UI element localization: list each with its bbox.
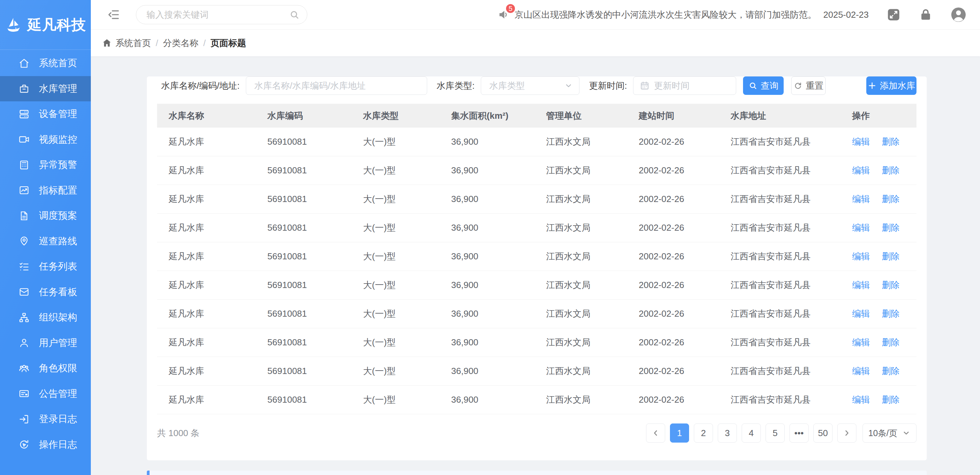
delete-link[interactable]: 删除 bbox=[882, 194, 900, 204]
type-filter-placeholder: 水库类型 bbox=[489, 80, 525, 92]
sidebar-item-board[interactable]: 任务看板 bbox=[0, 280, 91, 305]
page-button[interactable]: 1 bbox=[670, 424, 689, 443]
type-filter-select[interactable]: 水库类型 bbox=[481, 76, 579, 95]
sidebar-item-label: 设备管理 bbox=[39, 108, 77, 121]
calculator-alert-icon bbox=[18, 159, 30, 171]
cell-reservoir-name: 延凡水库 bbox=[157, 308, 256, 320]
delete-link[interactable]: 删除 bbox=[882, 251, 900, 261]
delete-link[interactable]: 删除 bbox=[882, 222, 900, 233]
sidebar-item-users[interactable]: 用户管理 bbox=[0, 330, 91, 356]
sidebar-item-device[interactable]: 设备管理 bbox=[0, 101, 91, 127]
edit-link[interactable]: 编辑 bbox=[852, 280, 870, 290]
page-size-select[interactable]: 10条/页 bbox=[862, 424, 916, 443]
cell-reservoir-type: 大(一)型 bbox=[352, 136, 439, 148]
map-pin-icon bbox=[18, 235, 30, 247]
edit-link[interactable]: 编辑 bbox=[852, 137, 870, 147]
sidebar-item-alert[interactable]: 异常预警 bbox=[0, 152, 91, 178]
menu-fold-icon[interactable] bbox=[107, 8, 120, 21]
cell-built-date: 2002-02-26 bbox=[627, 165, 719, 176]
edit-link[interactable]: 编辑 bbox=[852, 194, 870, 204]
sidebar-item-label: 用户管理 bbox=[39, 337, 77, 349]
name-filter[interactable] bbox=[246, 76, 427, 95]
sidebar-item-route[interactable]: 巡查路线 bbox=[0, 229, 91, 254]
cell-management-org: 江西水文局 bbox=[535, 365, 627, 377]
cell-reservoir-code: 56910081 bbox=[256, 137, 352, 147]
col-header-built: 建站时间 bbox=[627, 110, 719, 122]
sidebar-item-metrics[interactable]: 指标配置 bbox=[0, 178, 91, 203]
lock-icon[interactable] bbox=[918, 8, 933, 22]
delete-link[interactable]: 删除 bbox=[882, 308, 900, 319]
reset-button[interactable]: 重置 bbox=[791, 76, 826, 95]
edit-link[interactable]: 编辑 bbox=[852, 366, 870, 376]
delete-link[interactable]: 删除 bbox=[882, 366, 900, 376]
cell-reservoir-code: 56910081 bbox=[256, 222, 352, 233]
sidebar-item-announcements[interactable]: 公告管理 bbox=[0, 381, 91, 407]
date-filter-label: 更新时间: bbox=[589, 80, 627, 92]
pagination: 12345•••50 10条/页 bbox=[646, 424, 916, 443]
edit-link[interactable]: 编辑 bbox=[852, 337, 870, 347]
add-reservoir-button[interactable]: 添加水库 bbox=[866, 76, 916, 95]
page-button[interactable]: 5 bbox=[765, 424, 785, 443]
avatar[interactable] bbox=[951, 7, 966, 22]
plus-icon bbox=[868, 81, 877, 90]
global-search[interactable] bbox=[136, 5, 307, 24]
edit-link[interactable]: 编辑 bbox=[852, 222, 870, 233]
edit-link[interactable]: 编辑 bbox=[852, 165, 870, 175]
sidebar-item-org[interactable]: 组织架构 bbox=[0, 305, 91, 330]
cell-built-date: 2002-02-26 bbox=[627, 366, 719, 377]
table-row: 延凡水库 56910081 大(一)型 36,900 江西水文局 2002-02… bbox=[157, 214, 916, 242]
delete-link[interactable]: 删除 bbox=[882, 137, 900, 147]
page-button[interactable]: 50 bbox=[813, 424, 832, 443]
characteristic-values-card: 水库特征值 bbox=[147, 470, 927, 475]
sidebar-item-roles[interactable]: 角色权限 bbox=[0, 356, 91, 381]
notice-text: 京山区出现强降水诱发的中小河流洪水次生灾害风险较大，请部门加强防范。 bbox=[515, 9, 816, 21]
sidebar-item-tasks[interactable]: 任务列表 bbox=[0, 254, 91, 280]
breadcrumb-item-home[interactable]: 系统首页 bbox=[115, 37, 151, 49]
cell-management-org: 江西水文局 bbox=[535, 279, 627, 291]
sidebar-item-operation-log[interactable]: 操作日志 bbox=[0, 432, 91, 458]
table-footer: 共 1000 条 12345•••50 10条/页 bbox=[157, 423, 916, 443]
global-search-input[interactable] bbox=[146, 9, 289, 21]
delete-link[interactable]: 删除 bbox=[882, 165, 900, 175]
cell-management-org: 江西水文局 bbox=[535, 222, 627, 234]
fullscreen-icon[interactable] bbox=[886, 8, 901, 22]
breadcrumb-item-current: 页面标题 bbox=[210, 37, 246, 49]
table-row: 延凡水库 56910081 大(一)型 36,900 江西水文局 2002-02… bbox=[157, 386, 916, 414]
edit-link[interactable]: 编辑 bbox=[852, 394, 870, 405]
sidebar-item-plan[interactable]: 调度预案 bbox=[0, 203, 91, 229]
prev-page-button[interactable] bbox=[646, 424, 665, 443]
delete-link[interactable]: 删除 bbox=[882, 280, 900, 290]
task-board-icon bbox=[18, 286, 30, 297]
cell-reservoir-name: 延凡水库 bbox=[157, 365, 256, 377]
cell-catchment-area: 36,900 bbox=[439, 165, 535, 176]
edit-link[interactable]: 编辑 bbox=[852, 308, 870, 319]
cell-built-date: 2002-02-26 bbox=[627, 251, 719, 262]
breadcrumb-item-category[interactable]: 分类名称 bbox=[163, 37, 198, 49]
cell-actions: 编辑 删除 bbox=[841, 193, 916, 205]
table-header: 水库名称 水库编码 水库类型 集水面积(km²) 管理单位 建站时间 水库地址 … bbox=[157, 104, 916, 128]
next-page-button[interactable] bbox=[837, 424, 856, 443]
cell-reservoir-name: 延凡水库 bbox=[157, 394, 256, 406]
page-button[interactable]: ••• bbox=[789, 424, 808, 443]
name-filter-input[interactable] bbox=[254, 80, 419, 91]
delete-link[interactable]: 删除 bbox=[882, 394, 900, 405]
sidebar-item-video[interactable]: 视频监控 bbox=[0, 127, 91, 153]
page-button[interactable]: 4 bbox=[742, 424, 761, 443]
sidebar-item-label: 任务看板 bbox=[39, 286, 77, 299]
sidebar-item-reservoir[interactable]: 水库管理 bbox=[0, 76, 91, 102]
query-button[interactable]: 查询 bbox=[743, 76, 784, 95]
date-filter[interactable]: 更新时间 bbox=[633, 76, 736, 95]
page-button[interactable]: 2 bbox=[694, 424, 713, 443]
page-button[interactable]: 3 bbox=[718, 424, 737, 443]
table-row: 延凡水库 56910081 大(一)型 36,900 江西水文局 2002-02… bbox=[157, 128, 916, 156]
filter-bar: 水库名称/编码/地址: 水库类型: 水库类型 更新时间: 更新时间 bbox=[161, 76, 916, 95]
delete-link[interactable]: 删除 bbox=[882, 337, 900, 347]
total-count: 共 1000 条 bbox=[157, 427, 199, 439]
edit-link[interactable]: 编辑 bbox=[852, 251, 870, 261]
sidebar-item-login-log[interactable]: 登录日志 bbox=[0, 407, 91, 432]
notification-bell[interactable]: 5 bbox=[498, 8, 511, 22]
sidebar-item-home[interactable]: 系统首页 bbox=[0, 51, 91, 76]
cell-reservoir-code: 56910081 bbox=[256, 308, 352, 319]
cell-management-org: 江西水文局 bbox=[535, 308, 627, 320]
org-chart-icon bbox=[18, 312, 30, 323]
